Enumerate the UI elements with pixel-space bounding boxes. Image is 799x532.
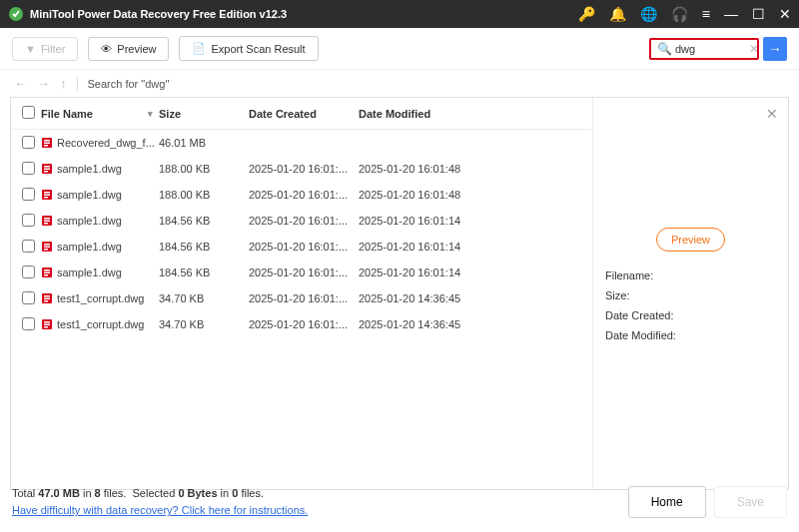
svg-rect-22 [44, 269, 50, 271]
table-row[interactable]: sample1.dwg184.56 KB2025-01-20 16:01:...… [11, 234, 592, 260]
file-created: 2025-01-20 16:01:... [249, 215, 359, 227]
row-checkbox[interactable] [22, 136, 35, 149]
column-header-name[interactable]: File Name▾ [41, 108, 159, 120]
bell-icon[interactable]: 🔔 [609, 7, 626, 21]
table-row[interactable]: sample1.dwg188.00 KB2025-01-20 16:01:...… [11, 182, 592, 208]
total-size: 47.0 MB [38, 487, 80, 499]
file-name: sample1.dwg [57, 266, 122, 278]
selected-prefix: Selected [133, 487, 179, 499]
select-all-checkbox[interactable] [22, 106, 35, 119]
preview-label: Preview [117, 43, 156, 55]
headset-icon[interactable]: 🎧 [671, 7, 688, 21]
svg-rect-27 [44, 298, 50, 300]
footer: Total 47.0 MB in 8 files. Selected 0 Byt… [0, 475, 799, 532]
dwg-file-icon [41, 266, 53, 278]
back-icon[interactable]: ← [14, 76, 27, 91]
minimize-icon[interactable]: — [724, 7, 738, 21]
selected-mid: in [218, 487, 233, 499]
file-created: 2025-01-20 16:01:... [249, 266, 359, 278]
help-link[interactable]: Have difficulty with data recovery? Clic… [12, 504, 308, 516]
preview-button[interactable]: 👁 Preview [88, 37, 169, 61]
toolbar: ▼ Filter 👁 Preview 📄 Export Scan Result … [0, 28, 799, 70]
file-size: 34.70 KB [159, 318, 249, 330]
save-button[interactable]: Save [714, 486, 787, 518]
dwg-file-icon [41, 163, 53, 175]
key-icon[interactable]: 🔑 [578, 7, 595, 21]
file-modified: 2025-01-20 14:36:45 [359, 318, 498, 330]
file-modified: 2025-01-20 16:01:48 [359, 189, 498, 201]
file-size: 46.01 MB [159, 137, 249, 149]
filter-button[interactable]: ▼ Filter [12, 37, 78, 61]
filter-label: Filter [41, 43, 65, 55]
table-row[interactable]: sample1.dwg184.56 KB2025-01-20 16:01:...… [11, 260, 592, 285]
file-size: 184.56 KB [159, 266, 249, 278]
svg-rect-32 [44, 326, 48, 328]
file-created: 2025-01-20 16:01:... [249, 292, 359, 304]
totals-line: Total 47.0 MB in 8 files. Selected 0 Byt… [12, 485, 308, 503]
export-icon: 📄 [192, 42, 206, 55]
table-row[interactable]: test1_corrupt.dwg34.70 KB2025-01-20 16:0… [11, 285, 592, 311]
dwg-file-icon [41, 215, 53, 227]
file-size: 34.70 KB [159, 292, 249, 304]
close-preview-icon[interactable]: ✕ [766, 106, 778, 122]
file-name: test1_corrupt.dwg [57, 318, 144, 330]
up-icon[interactable]: ↑ [60, 76, 67, 91]
total-suffix: files. [101, 487, 127, 499]
row-checkbox[interactable] [22, 188, 35, 201]
app-title: MiniTool Power Data Recovery Free Editio… [30, 8, 578, 20]
search-submit-button[interactable]: → [763, 37, 787, 61]
table-row[interactable]: test1_corrupt.dwg34.70 KB2025-01-20 16:0… [11, 311, 592, 337]
svg-rect-3 [44, 143, 50, 145]
home-button[interactable]: Home [628, 486, 706, 518]
file-name: test1_corrupt.dwg [57, 292, 144, 304]
preview-size-label: Size: [605, 289, 776, 301]
row-checkbox[interactable] [22, 240, 35, 253]
svg-rect-23 [44, 272, 50, 274]
row-checkbox[interactable] [22, 162, 35, 175]
row-checkbox[interactable] [22, 291, 35, 304]
total-mid: in [80, 487, 95, 499]
file-modified: 2025-01-20 16:01:14 [359, 266, 498, 278]
table-row[interactable]: sample1.dwg188.00 KB2025-01-20 16:01:...… [11, 156, 592, 182]
table-row[interactable]: Recovered_dwg_f...46.01 MB [11, 130, 592, 156]
column-header-modified[interactable]: Date Modified [359, 108, 498, 120]
dwg-file-icon [41, 137, 53, 149]
column-header-created[interactable]: Date Created [249, 108, 359, 120]
clear-search-icon[interactable]: ✕ [749, 42, 759, 56]
file-modified: 2025-01-20 16:01:14 [359, 241, 498, 253]
row-checkbox[interactable] [22, 214, 35, 227]
preview-file-button[interactable]: Preview [656, 228, 725, 252]
titlebar: MiniTool Power Data Recovery Free Editio… [0, 0, 799, 28]
row-checkbox[interactable] [22, 317, 35, 330]
preview-modified-label: Date Modified: [605, 329, 776, 341]
file-name: sample1.dwg [57, 163, 122, 175]
close-icon[interactable]: ✕ [779, 7, 791, 21]
globe-icon[interactable]: 🌐 [640, 7, 657, 21]
svg-rect-31 [44, 324, 50, 326]
table-row[interactable]: sample1.dwg184.56 KB2025-01-20 16:01:...… [11, 208, 592, 234]
search-input[interactable] [675, 43, 745, 55]
svg-rect-12 [44, 197, 48, 199]
eye-icon: 👁 [101, 43, 112, 55]
row-checkbox[interactable] [22, 266, 35, 278]
export-button[interactable]: 📄 Export Scan Result [179, 36, 318, 61]
file-created: 2025-01-20 16:01:... [249, 189, 359, 201]
file-modified: 2025-01-20 14:36:45 [359, 292, 498, 304]
export-label: Export Scan Result [211, 43, 305, 55]
file-name: sample1.dwg [57, 189, 122, 201]
filter-icon: ▼ [25, 43, 36, 55]
svg-rect-20 [44, 249, 48, 251]
menu-icon[interactable]: ≡ [702, 7, 710, 21]
file-name: sample1.dwg [57, 241, 122, 253]
preview-pane: ✕ Preview Filename: Size: Date Created: … [592, 98, 788, 489]
column-header-name-label: File Name [41, 108, 93, 120]
column-header-size[interactable]: Size [159, 108, 249, 120]
svg-rect-11 [44, 195, 50, 197]
maximize-icon[interactable]: ☐ [752, 7, 765, 21]
search-box: 🔍 ✕ [649, 38, 759, 60]
svg-rect-18 [44, 244, 50, 246]
forward-icon[interactable]: → [37, 76, 50, 91]
file-name: Recovered_dwg_f... [57, 137, 155, 149]
preview-filename-label: Filename: [605, 269, 776, 281]
svg-rect-7 [44, 169, 50, 171]
